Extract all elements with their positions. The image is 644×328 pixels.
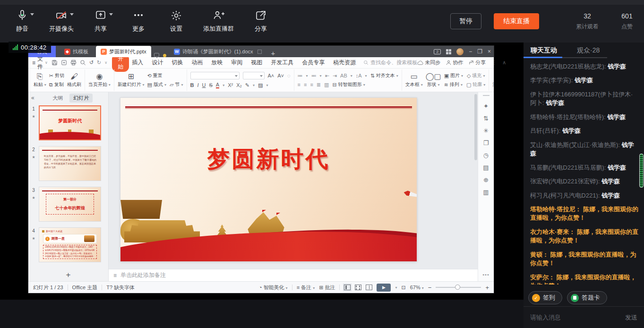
slide-thumbnail-2[interactable]: 时光荏苒，岁月如梭，不知不觉，新中国成立已经73年了，经过73年的发展，中国发生… <box>39 146 101 181</box>
chevron-down-icon[interactable]: ∨ <box>104 60 107 65</box>
resource-icon[interactable]: ▤ <box>483 164 489 171</box>
missing-font-warning[interactable]: T? 缺失字体 <box>106 284 135 291</box>
new-slide-button[interactable]: ⊞ 新建幻灯片 ▾ <box>118 73 145 88</box>
workspace-grid-icon[interactable] <box>446 49 451 54</box>
end-live-button[interactable]: 结束直播 <box>494 13 539 29</box>
outline-button[interactable]: ▢轮廓▾ <box>466 81 485 88</box>
icon-library-icon[interactable]: ⊕ <box>483 177 489 183</box>
strikethrough-icon[interactable]: S <box>209 82 212 88</box>
underline-icon[interactable]: U <box>202 82 206 88</box>
undo-icon[interactable]: ↺ <box>89 60 94 66</box>
slide-title[interactable]: 梦圆新时代 <box>120 144 417 174</box>
fit-to-window-icon[interactable]: ⊡ <box>401 285 405 291</box>
zoom-level[interactable]: 67% ▾ <box>410 285 424 290</box>
mute-button[interactable]: 静音 <box>11 9 33 33</box>
account-avatar[interactable] <box>456 48 464 55</box>
tab-viewers[interactable]: 观众·28 <box>577 46 600 55</box>
more-menu-icon[interactable]: ⋮ <box>491 60 497 66</box>
beautify-wand-icon[interactable]: ✳ <box>483 128 489 134</box>
notes-toggle[interactable]: ≡ 备注 ▾ <box>297 284 315 291</box>
picture-button[interactable]: ▣图片▾ <box>444 72 463 79</box>
interface-mode-icon[interactable]: 2 <box>434 49 441 54</box>
reading-view-icon[interactable] <box>366 285 372 290</box>
chat-message-input[interactable] <box>530 314 618 321</box>
menu-item[interactable]: 视图 <box>251 59 262 67</box>
properties-icon[interactable]: ⇅ <box>483 115 489 121</box>
number-list-icon[interactable]: ≕ <box>311 73 317 79</box>
print-icon[interactable] <box>70 60 77 66</box>
notes-bar[interactable]: ≡ 单击此处添加备注 <box>109 269 478 281</box>
arrange-button[interactable]: ≋排列▾ <box>444 81 463 88</box>
align-right-icon[interactable]: ≡ <box>310 82 313 87</box>
share-screen-button[interactable]: 共享 <box>90 9 112 33</box>
font-family-select[interactable] <box>190 72 240 79</box>
more-button[interactable]: 更多 <box>128 9 149 33</box>
zoom-in-button[interactable]: + <box>485 284 489 291</box>
share-link-button[interactable]: 分享 <box>250 9 272 33</box>
zoom-slider-knob[interactable] <box>455 285 460 290</box>
chevron-down-icon[interactable] <box>70 13 74 16</box>
save-icon[interactable] <box>52 60 58 66</box>
menu-item[interactable]: 动画 <box>191 59 203 67</box>
line-spacing-icon[interactable]: ↕A <box>356 73 362 78</box>
format-painter-button[interactable]: 🖌 格式刷 <box>67 73 81 88</box>
menu-item[interactable]: 会员专享 <box>302 59 325 67</box>
normal-view-icon[interactable] <box>344 285 351 290</box>
slide-thumbnail-3[interactable]: 第一部分 七十余年的辉煌 <box>39 187 101 222</box>
redo-icon[interactable]: ↻ <box>97 60 101 66</box>
reset-button[interactable]: ⟲重置 <box>147 72 183 79</box>
indent-icon[interactable]: ⇥ <box>333 73 337 79</box>
collapse-panel-icon[interactable]: « <box>31 95 34 101</box>
answer-card-button[interactable]: 答题卡 <box>567 291 607 304</box>
shapes-button[interactable]: ◯▢ 形状 ▾ <box>426 73 441 88</box>
fill-button[interactable]: ◇填充▾ <box>467 72 485 79</box>
outdent-icon[interactable]: ⇤ <box>325 73 329 79</box>
settings-button[interactable]: 设置 <box>165 9 187 33</box>
collaborate-button[interactable]: 协作 <box>446 59 463 66</box>
slide-sorter-icon[interactable] <box>355 285 361 290</box>
pause-button[interactable]: 暂停 <box>450 13 481 29</box>
comment-bubble-icon[interactable] <box>154 53 159 57</box>
beautify-button[interactable]: ◔ 智能美化 ▾ <box>259 284 288 291</box>
maximize-button[interactable]: ❐ <box>477 49 482 54</box>
chevron-down-icon[interactable]: ▾ <box>395 285 397 290</box>
font-size-select[interactable] <box>243 72 265 79</box>
chat-message-list[interactable]: 杨志龙(汽电D221班杨志龙): 钱学森李学宾(李学宾): 钱学森伊卜拉伊木16… <box>530 62 638 285</box>
subscript-icon[interactable]: X₂ <box>236 82 242 88</box>
to-smartart-button[interactable]: ⊟转智能图形▾ <box>332 81 365 88</box>
menu-item[interactable]: 开发工具 <box>271 59 293 67</box>
minimize-button[interactable]: − <box>469 49 472 54</box>
skin-rocket-icon[interactable]: ✦ <box>483 103 489 109</box>
timer-clock-icon[interactable]: ◷ <box>483 152 489 158</box>
text-direction-icon[interactable]: AB <box>340 73 347 78</box>
superscript-icon[interactable]: X² <box>228 82 233 88</box>
tab-chat[interactable]: 聊天互动 <box>531 46 557 55</box>
current-slide[interactable]: 梦圆新时代 <box>120 98 417 261</box>
new-tab-button[interactable]: + <box>266 49 280 57</box>
decrease-font-icon[interactable]: A˅ <box>277 73 284 78</box>
slide-library-icon[interactable]: ❐ <box>483 140 489 146</box>
print-preview-icon[interactable] <box>80 60 86 66</box>
align-center-icon[interactable]: ≡ <box>304 82 307 87</box>
export-icon[interactable] <box>61 60 67 66</box>
command-search[interactable]: 查找命令、搜索模板 <box>363 59 417 66</box>
layout-button[interactable]: ▤版式▾ <box>147 81 166 88</box>
bold-icon[interactable]: B <box>190 82 194 88</box>
tab-template[interactable]: ◆ 找模板 <box>60 46 93 57</box>
menu-item[interactable]: 稿壳资源 <box>333 59 356 67</box>
add-slide-button[interactable]: + <box>28 269 108 281</box>
align-text-button[interactable]: ⇅对齐文本▾ <box>370 72 398 79</box>
align-left-icon[interactable]: ≡ <box>298 82 301 87</box>
sign-in-button[interactable]: ✓ 签到 <box>528 291 562 304</box>
columns-icon[interactable]: ▥ <box>324 82 329 88</box>
tab-docx[interactable]: W 诗朗诵《梦圆新时代》(1).docx <box>169 46 266 57</box>
sync-status[interactable]: 未同步 <box>417 59 440 66</box>
menu-item[interactable]: 插入 <box>132 59 143 67</box>
reading-view-icon[interactable]: ▥ <box>483 189 489 195</box>
slideshow-play-button[interactable]: ▶ <box>377 284 391 292</box>
send-button[interactable]: 发送 <box>625 313 637 322</box>
present-tools-button[interactable]: 🖵 演示工具 ▾ <box>492 73 494 88</box>
tab-slides[interactable]: 幻灯片 <box>69 94 93 103</box>
comments-toggle[interactable]: ⊞ 批注 <box>319 284 335 291</box>
add-live-group-button[interactable]: 添加直播群 <box>203 9 234 33</box>
